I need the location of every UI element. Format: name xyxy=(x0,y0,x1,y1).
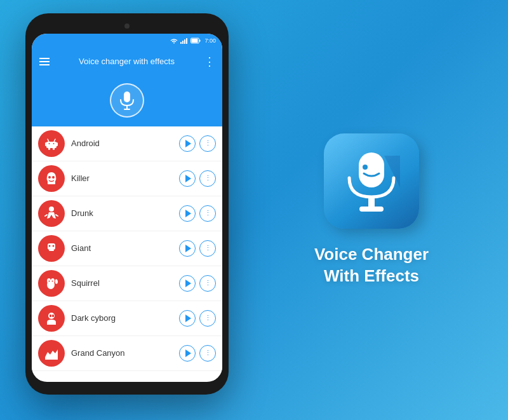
svg-rect-34 xyxy=(50,315,51,317)
toolbar-title: Voice changer with effects xyxy=(57,57,196,66)
svg-rect-16 xyxy=(56,142,58,146)
svg-rect-36 xyxy=(359,152,384,187)
svg-line-23 xyxy=(56,215,58,216)
effect-icon-dark-cyborg xyxy=(38,305,65,332)
play-button-squirrel[interactable] xyxy=(179,275,196,292)
effect-actions-killer: ⋮ xyxy=(179,170,216,187)
drunk-icon xyxy=(44,206,58,221)
svg-rect-1 xyxy=(182,41,184,44)
effect-actions-grand-canyon: ⋮ xyxy=(179,345,216,362)
mic-icon xyxy=(119,91,135,110)
svg-rect-7 xyxy=(124,91,130,102)
phone-mockup: 7:00 Voice changer with effects ⋮ xyxy=(25,13,241,407)
svg-rect-0 xyxy=(180,42,182,44)
mic-record-button[interactable] xyxy=(110,83,144,118)
effect-name-giant: Giant xyxy=(71,243,173,253)
app-promo-section: Voice Changer With Effects xyxy=(241,133,483,287)
effect-item-killer: Killer ⋮ xyxy=(32,161,222,196)
giant-icon xyxy=(44,241,58,256)
svg-point-20 xyxy=(52,176,55,179)
effect-icon-grand-canyon xyxy=(38,340,65,367)
wifi-icon xyxy=(170,37,178,44)
more-button-android[interactable]: ⋮ xyxy=(199,135,216,152)
status-icons: 7:00 xyxy=(170,37,216,44)
effect-item-squirrel: Squirrel ⋮ xyxy=(32,266,222,301)
svg-point-11 xyxy=(49,143,50,144)
svg-rect-2 xyxy=(184,39,185,44)
effect-name-squirrel: Squirrel xyxy=(71,278,173,288)
effect-name-dark-cyborg: Dark cyborg xyxy=(71,313,173,323)
svg-point-37 xyxy=(363,165,368,170)
effect-icon-drunk xyxy=(38,200,65,227)
phone-camera xyxy=(124,24,130,29)
svg-rect-17 xyxy=(48,147,50,150)
signal-icon xyxy=(180,37,188,44)
svg-point-25 xyxy=(49,245,51,247)
app-title: Voice Changer With Effects xyxy=(314,244,429,287)
svg-rect-39 xyxy=(359,207,384,212)
mic-button-area xyxy=(32,76,222,126)
overflow-menu-icon[interactable]: ⋮ xyxy=(204,55,215,69)
svg-rect-24 xyxy=(48,243,55,250)
svg-point-32 xyxy=(52,280,53,281)
svg-point-12 xyxy=(53,143,55,144)
effect-name-grand-canyon: Grand Canyon xyxy=(71,348,173,358)
dark-cyborg-icon xyxy=(44,311,59,326)
svg-rect-9 xyxy=(124,109,130,110)
play-button-dark-cyborg[interactable] xyxy=(179,310,196,327)
killer-icon xyxy=(44,171,58,186)
more-button-dark-cyborg[interactable]: ⋮ xyxy=(199,310,216,327)
android-icon xyxy=(44,137,58,151)
effect-item-android: Android ⋮ xyxy=(32,126,222,161)
effect-item-giant: Giant ⋮ xyxy=(32,231,222,266)
effect-item-dark-cyborg: Dark cyborg ⋮ xyxy=(32,301,222,336)
play-button-killer[interactable] xyxy=(179,170,196,187)
play-button-drunk[interactable] xyxy=(179,205,196,222)
svg-line-14 xyxy=(54,139,55,142)
hamburger-menu-icon[interactable] xyxy=(39,58,50,65)
effect-icon-squirrel xyxy=(38,270,65,297)
phone-screen: 7:00 Voice changer with effects ⋮ xyxy=(32,34,222,382)
status-bar: 7:00 xyxy=(32,34,222,48)
svg-rect-8 xyxy=(126,105,128,109)
svg-rect-35 xyxy=(52,315,54,317)
effect-actions-dark-cyborg: ⋮ xyxy=(179,310,216,327)
svg-rect-3 xyxy=(186,38,187,44)
effect-item-grand-canyon: Grand Canyon ⋮ xyxy=(32,336,222,371)
play-button-android[interactable] xyxy=(179,135,196,152)
effect-list: Android ⋮ xyxy=(32,126,222,381)
squirrel-icon xyxy=(44,276,59,291)
effect-actions-squirrel: ⋮ xyxy=(179,275,216,292)
effect-icon-killer xyxy=(38,165,65,192)
app-title-line2: With Effects xyxy=(324,266,419,285)
effect-actions-android: ⋮ xyxy=(179,135,216,152)
effect-actions-drunk: ⋮ xyxy=(179,205,216,222)
more-button-killer[interactable]: ⋮ xyxy=(199,170,216,187)
app-mic-icon xyxy=(343,149,400,213)
effect-icon-giant xyxy=(38,235,65,262)
play-button-grand-canyon[interactable] xyxy=(179,345,196,362)
effect-name-android: Android xyxy=(71,139,173,148)
phone-notch xyxy=(32,20,222,32)
battery-icon xyxy=(190,37,201,44)
more-button-giant[interactable]: ⋮ xyxy=(199,240,216,257)
svg-point-31 xyxy=(49,280,50,281)
effect-name-drunk: Drunk xyxy=(71,208,173,218)
svg-point-19 xyxy=(48,176,51,179)
svg-point-26 xyxy=(53,245,55,247)
svg-line-22 xyxy=(45,215,47,216)
more-button-drunk[interactable]: ⋮ xyxy=(199,205,216,222)
more-button-squirrel[interactable]: ⋮ xyxy=(199,275,216,292)
grand-canyon-icon xyxy=(44,346,59,361)
phone-body: 7:00 Voice changer with effects ⋮ xyxy=(25,13,229,395)
svg-rect-18 xyxy=(53,147,55,150)
effect-icon-android xyxy=(38,130,65,157)
svg-line-13 xyxy=(48,139,49,142)
svg-point-21 xyxy=(49,207,54,212)
play-button-giant[interactable] xyxy=(179,240,196,257)
svg-rect-10 xyxy=(46,142,57,148)
effect-name-killer: Killer xyxy=(71,173,173,183)
more-button-grand-canyon[interactable]: ⋮ xyxy=(199,345,216,362)
svg-rect-5 xyxy=(199,39,201,41)
svg-rect-15 xyxy=(45,142,47,146)
